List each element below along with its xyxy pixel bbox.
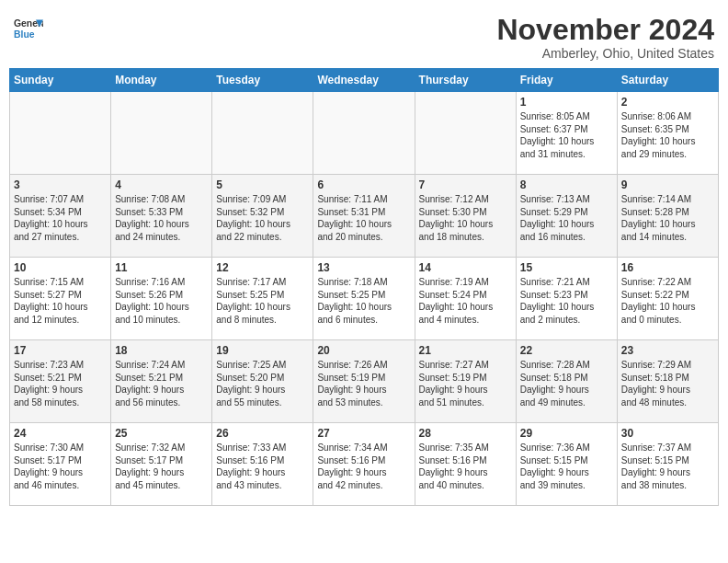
day-info: Sunrise: 7:35 AM Sunset: 5:16 PM Dayligh… <box>419 442 512 491</box>
calendar-week-row: 3Sunrise: 7:07 AM Sunset: 5:34 PM Daylig… <box>10 175 719 258</box>
day-info: Sunrise: 7:34 AM Sunset: 5:16 PM Dayligh… <box>317 442 410 491</box>
day-number: 7 <box>419 178 512 191</box>
day-number: 19 <box>216 344 309 357</box>
day-info: Sunrise: 7:28 AM Sunset: 5:18 PM Dayligh… <box>520 359 613 408</box>
weekday-header-monday: Monday <box>111 69 212 92</box>
day-number: 12 <box>216 261 309 274</box>
weekday-header-friday: Friday <box>516 69 617 92</box>
calendar-cell: 21Sunrise: 7:27 AM Sunset: 5:19 PM Dayli… <box>415 340 516 423</box>
calendar-cell: 7Sunrise: 7:12 AM Sunset: 5:30 PM Daylig… <box>415 175 516 258</box>
calendar-cell: 15Sunrise: 7:21 AM Sunset: 5:23 PM Dayli… <box>516 258 617 340</box>
day-number: 9 <box>621 178 714 191</box>
day-number: 24 <box>14 427 107 440</box>
day-number: 21 <box>419 344 512 357</box>
day-number: 8 <box>520 178 613 191</box>
day-number: 28 <box>419 427 512 440</box>
day-number: 1 <box>520 96 613 109</box>
weekday-header-sunday: Sunday <box>10 69 111 92</box>
day-info: Sunrise: 7:25 AM Sunset: 5:20 PM Dayligh… <box>216 359 309 408</box>
month-title: November 2024 <box>496 14 714 46</box>
calendar-cell <box>313 92 415 175</box>
day-info: Sunrise: 7:37 AM Sunset: 5:15 PM Dayligh… <box>621 442 714 491</box>
weekday-header-thursday: Thursday <box>415 69 516 92</box>
title-block: November 2024 Amberley, Ohio, United Sta… <box>496 14 714 61</box>
weekday-header-wednesday: Wednesday <box>313 69 415 92</box>
weekday-header-saturday: Saturday <box>617 69 718 92</box>
calendar-cell: 17Sunrise: 7:23 AM Sunset: 5:21 PM Dayli… <box>10 340 111 423</box>
day-info: Sunrise: 7:27 AM Sunset: 5:19 PM Dayligh… <box>419 359 512 408</box>
day-number: 16 <box>621 261 714 274</box>
calendar-cell: 19Sunrise: 7:25 AM Sunset: 5:20 PM Dayli… <box>212 340 313 423</box>
logo: General Blue <box>14 14 43 43</box>
calendar-cell <box>10 92 111 175</box>
day-info: Sunrise: 7:21 AM Sunset: 5:23 PM Dayligh… <box>520 276 613 326</box>
day-number: 3 <box>14 178 107 191</box>
calendar-cell: 9Sunrise: 7:14 AM Sunset: 5:28 PM Daylig… <box>617 175 718 258</box>
day-number: 29 <box>520 427 613 440</box>
calendar-header-row: SundayMondayTuesdayWednesdayThursdayFrid… <box>10 69 719 92</box>
calendar-cell: 10Sunrise: 7:15 AM Sunset: 5:27 PM Dayli… <box>10 258 111 340</box>
calendar-cell: 12Sunrise: 7:17 AM Sunset: 5:25 PM Dayli… <box>212 258 313 340</box>
day-info: Sunrise: 7:30 AM Sunset: 5:17 PM Dayligh… <box>14 442 107 491</box>
day-number: 23 <box>621 344 714 357</box>
day-info: Sunrise: 7:18 AM Sunset: 5:25 PM Dayligh… <box>317 276 410 326</box>
calendar-cell <box>415 92 516 175</box>
svg-text:Blue: Blue <box>14 29 35 40</box>
calendar-cell: 1Sunrise: 8:05 AM Sunset: 6:37 PM Daylig… <box>516 92 617 175</box>
day-info: Sunrise: 7:13 AM Sunset: 5:29 PM Dayligh… <box>520 193 613 243</box>
day-number: 26 <box>216 427 309 440</box>
calendar-week-row: 10Sunrise: 7:15 AM Sunset: 5:27 PM Dayli… <box>10 258 719 340</box>
day-info: Sunrise: 7:11 AM Sunset: 5:31 PM Dayligh… <box>317 193 410 243</box>
calendar-cell: 20Sunrise: 7:26 AM Sunset: 5:19 PM Dayli… <box>313 340 415 423</box>
calendar-cell: 24Sunrise: 7:30 AM Sunset: 5:17 PM Dayli… <box>10 423 111 506</box>
day-info: Sunrise: 7:29 AM Sunset: 5:18 PM Dayligh… <box>621 359 714 408</box>
page-header: General Blue November 2024 Amberley, Ohi… <box>9 9 719 61</box>
calendar-cell <box>212 92 313 175</box>
day-info: Sunrise: 7:22 AM Sunset: 5:22 PM Dayligh… <box>621 276 714 326</box>
day-info: Sunrise: 8:06 AM Sunset: 6:35 PM Dayligh… <box>621 110 714 160</box>
calendar-week-row: 24Sunrise: 7:30 AM Sunset: 5:17 PM Dayli… <box>10 423 719 506</box>
day-number: 20 <box>317 344 410 357</box>
day-info: Sunrise: 7:19 AM Sunset: 5:24 PM Dayligh… <box>419 276 512 326</box>
calendar-cell: 29Sunrise: 7:36 AM Sunset: 5:15 PM Dayli… <box>516 423 617 506</box>
calendar-cell: 14Sunrise: 7:19 AM Sunset: 5:24 PM Dayli… <box>415 258 516 340</box>
day-info: Sunrise: 7:36 AM Sunset: 5:15 PM Dayligh… <box>520 442 613 491</box>
day-info: Sunrise: 7:33 AM Sunset: 5:16 PM Dayligh… <box>216 442 309 491</box>
day-number: 15 <box>520 261 613 274</box>
day-info: Sunrise: 7:24 AM Sunset: 5:21 PM Dayligh… <box>115 359 208 408</box>
calendar-cell: 3Sunrise: 7:07 AM Sunset: 5:34 PM Daylig… <box>10 175 111 258</box>
day-number: 4 <box>115 178 208 191</box>
day-info: Sunrise: 7:08 AM Sunset: 5:33 PM Dayligh… <box>115 193 208 243</box>
day-number: 5 <box>216 178 309 191</box>
day-number: 27 <box>317 427 410 440</box>
calendar-cell: 5Sunrise: 7:09 AM Sunset: 5:32 PM Daylig… <box>212 175 313 258</box>
calendar-cell: 16Sunrise: 7:22 AM Sunset: 5:22 PM Dayli… <box>617 258 718 340</box>
day-number: 18 <box>115 344 208 357</box>
day-info: Sunrise: 7:23 AM Sunset: 5:21 PM Dayligh… <box>14 359 107 408</box>
day-number: 11 <box>115 261 208 274</box>
calendar-week-row: 1Sunrise: 8:05 AM Sunset: 6:37 PM Daylig… <box>10 92 719 175</box>
day-info: Sunrise: 7:15 AM Sunset: 5:27 PM Dayligh… <box>14 276 107 326</box>
calendar-cell: 26Sunrise: 7:33 AM Sunset: 5:16 PM Dayli… <box>212 423 313 506</box>
calendar-cell: 6Sunrise: 7:11 AM Sunset: 5:31 PM Daylig… <box>313 175 415 258</box>
day-info: Sunrise: 7:07 AM Sunset: 5:34 PM Dayligh… <box>14 193 107 243</box>
calendar-cell: 28Sunrise: 7:35 AM Sunset: 5:16 PM Dayli… <box>415 423 516 506</box>
day-number: 10 <box>14 261 107 274</box>
calendar-cell: 4Sunrise: 7:08 AM Sunset: 5:33 PM Daylig… <box>111 175 212 258</box>
day-info: Sunrise: 8:05 AM Sunset: 6:37 PM Dayligh… <box>520 110 613 160</box>
day-info: Sunrise: 7:12 AM Sunset: 5:30 PM Dayligh… <box>419 193 512 243</box>
calendar-cell: 27Sunrise: 7:34 AM Sunset: 5:16 PM Dayli… <box>313 423 415 506</box>
day-number: 13 <box>317 261 410 274</box>
calendar-cell: 8Sunrise: 7:13 AM Sunset: 5:29 PM Daylig… <box>516 175 617 258</box>
day-number: 2 <box>621 96 714 109</box>
day-info: Sunrise: 7:32 AM Sunset: 5:17 PM Dayligh… <box>115 442 208 491</box>
day-number: 30 <box>621 427 714 440</box>
location: Amberley, Ohio, United States <box>496 46 714 61</box>
calendar-cell: 22Sunrise: 7:28 AM Sunset: 5:18 PM Dayli… <box>516 340 617 423</box>
calendar-cell: 11Sunrise: 7:16 AM Sunset: 5:26 PM Dayli… <box>111 258 212 340</box>
day-number: 17 <box>14 344 107 357</box>
logo-icon: General Blue <box>14 14 43 43</box>
day-info: Sunrise: 7:17 AM Sunset: 5:25 PM Dayligh… <box>216 276 309 326</box>
day-info: Sunrise: 7:14 AM Sunset: 5:28 PM Dayligh… <box>621 193 714 243</box>
calendar-table: SundayMondayTuesdayWednesdayThursdayFrid… <box>9 68 719 506</box>
